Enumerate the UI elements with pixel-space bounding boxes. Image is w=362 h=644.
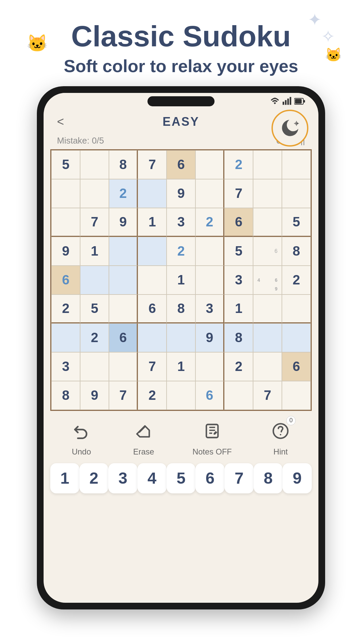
cell-8-1[interactable]: 9 [80,381,109,410]
cell-5-6[interactable]: 1 [224,294,253,323]
cell-2-2[interactable]: 9 [109,208,138,237]
cell-4-5[interactable] [195,266,224,294]
cell-2-6[interactable]: 6 [224,208,253,237]
cell-3-0[interactable]: 9 [51,237,80,266]
cell-0-1[interactable] [80,150,109,179]
cell-8-0[interactable]: 8 [51,381,80,410]
cell-7-6[interactable]: 2 [224,352,253,381]
cell-4-2[interactable] [109,266,138,294]
cell-6-2[interactable]: 6 [109,323,138,352]
num-btn-9[interactable]: 9 [283,463,312,493]
cell-6-5[interactable]: 9 [195,323,224,352]
cell-8-4[interactable] [167,381,195,410]
cell-7-2[interactable] [109,352,138,381]
cell-1-7[interactable] [253,179,282,208]
cell-0-3[interactable]: 7 [138,150,167,179]
cell-5-1[interactable]: 5 [80,294,109,323]
cell-3-4[interactable]: 2 [167,237,195,266]
cell-6-3[interactable] [138,323,167,352]
cell-0-0[interactable]: 5 [51,150,80,179]
hint-button[interactable]: 0 Hint [267,418,294,457]
cell-6-1[interactable]: 2 [80,323,109,352]
cell-4-4[interactable]: 1 [167,266,195,294]
cell-5-4[interactable]: 8 [167,294,195,323]
cell-1-5[interactable] [195,179,224,208]
cell-8-8[interactable] [282,381,311,410]
cell-0-8[interactable] [282,150,311,179]
cell-0-7[interactable] [253,150,282,179]
cell-8-7[interactable]: 7 [253,381,282,410]
cell-5-5[interactable]: 3 [195,294,224,323]
num-btn-3[interactable]: 3 [108,463,137,493]
cell-4-1[interactable] [80,266,109,294]
cell-7-5[interactable] [195,352,224,381]
cell-0-6[interactable]: 2 [224,150,253,179]
cell-2-5[interactable]: 2 [195,208,224,237]
cell-4-8[interactable]: 2 [282,266,311,294]
cell-0-5[interactable] [195,150,224,179]
deco-star-2: ✧ [321,27,335,46]
erase-button[interactable]: Erase [130,418,157,457]
cell-2-8[interactable]: 5 [282,208,311,237]
cell-7-8[interactable]: 6 [282,352,311,381]
cell-8-5[interactable]: 6 [195,381,224,410]
cell-3-5[interactable] [195,237,224,266]
cell-7-0[interactable]: 3 [51,352,80,381]
cell-3-2[interactable] [109,237,138,266]
cell-2-1[interactable]: 7 [80,208,109,237]
cell-3-7[interactable]: 6 [253,237,282,266]
cell-8-2[interactable]: 7 [109,381,138,410]
num-btn-5[interactable]: 5 [167,463,196,493]
cell-8-6[interactable] [224,381,253,410]
cell-7-1[interactable] [80,352,109,381]
num-btn-6[interactable]: 6 [195,463,225,493]
cell-1-6[interactable]: 7 [224,179,253,208]
cell-5-8[interactable] [282,294,311,323]
num-btn-2[interactable]: 2 [79,463,109,493]
cell-0-4[interactable]: 6 [167,150,195,179]
cell-6-6[interactable]: 8 [224,323,253,352]
cell-1-0[interactable] [51,179,80,208]
cell-3-3[interactable] [138,237,167,266]
promo-area: ✦ ✧ 🐱 🐱 Classic Sudoku Soft color to rel… [0,0,362,86]
cell-4-7[interactable]: 469 [253,266,282,294]
cell-7-3[interactable]: 7 [138,352,167,381]
cell-3-6[interactable]: 5 [224,237,253,266]
num-btn-8[interactable]: 8 [254,463,283,493]
cell-0-2[interactable]: 8 [109,150,138,179]
cell-5-0[interactable]: 2 [51,294,80,323]
cell-3-1[interactable]: 1 [80,237,109,266]
cell-8-3[interactable]: 2 [138,381,167,410]
sudoku-grid[interactable]: 5876229779132659125686134692256831269837… [50,149,312,411]
cell-1-4[interactable]: 9 [167,179,195,208]
notes-button[interactable]: Notes OFF [192,418,232,457]
num-btn-7[interactable]: 7 [225,463,254,493]
svg-rect-3 [290,97,291,105]
cell-4-6[interactable]: 3 [224,266,253,294]
cell-1-8[interactable] [282,179,311,208]
cell-4-0[interactable]: 6 [51,266,80,294]
cell-2-4[interactable]: 3 [167,208,195,237]
num-btn-4[interactable]: 4 [137,463,167,493]
undo-button[interactable]: Undo [68,418,95,457]
night-mode-button[interactable] [272,110,308,147]
cell-6-8[interactable] [282,323,311,352]
cell-5-2[interactable] [109,294,138,323]
cell-6-4[interactable] [167,323,195,352]
cell-4-3[interactable] [138,266,167,294]
cell-1-2[interactable]: 2 [109,179,138,208]
cell-7-7[interactable] [253,352,282,381]
cell-5-3[interactable]: 6 [138,294,167,323]
cell-2-3[interactable]: 1 [138,208,167,237]
back-button[interactable]: < [57,115,64,129]
cell-7-4[interactable]: 1 [167,352,195,381]
num-btn-1[interactable]: 1 [50,463,79,493]
cell-2-0[interactable] [51,208,80,237]
cell-5-7[interactable] [253,294,282,323]
cell-1-1[interactable] [80,179,109,208]
cell-3-8[interactable]: 8 [282,237,311,266]
cell-6-0[interactable] [51,323,80,352]
cell-1-3[interactable] [138,179,167,208]
cell-6-7[interactable] [253,323,282,352]
cell-2-7[interactable] [253,208,282,237]
